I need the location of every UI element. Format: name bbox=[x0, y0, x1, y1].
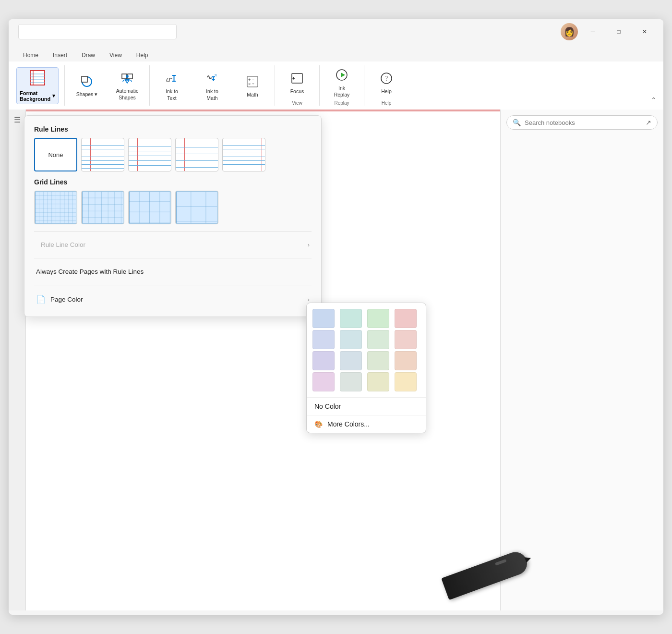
margin-line-1 bbox=[90, 138, 91, 171]
color-swatch-14[interactable] bbox=[367, 372, 389, 391]
margin-line-3 bbox=[184, 138, 185, 171]
sidebar-menu-icon[interactable]: ☰ bbox=[14, 115, 21, 124]
math-button[interactable]: + − × ÷ Math bbox=[236, 72, 269, 99]
color-swatch-6[interactable] bbox=[367, 330, 389, 349]
rule-line-color-item[interactable]: Rule Line Color › bbox=[34, 236, 312, 253]
help-button[interactable]: ? Help bbox=[370, 69, 403, 96]
app-window: 👩 ─ □ ✕ Home Insert Draw View Help bbox=[9, 19, 663, 615]
h-line bbox=[176, 147, 218, 147]
ribbon-collapse-button[interactable]: ⌃ bbox=[648, 94, 660, 106]
minimize-button[interactable]: ─ bbox=[582, 24, 604, 39]
expand-icon[interactable]: ↗ bbox=[646, 119, 651, 126]
color-swatch-12[interactable] bbox=[312, 372, 335, 391]
svg-rect-22 bbox=[35, 192, 76, 223]
ribbon-group-help: ? Help Help bbox=[366, 63, 407, 108]
search-notebooks-container[interactable]: 🔍 ↗ bbox=[506, 115, 658, 130]
h-line bbox=[176, 154, 218, 154]
grid-medium[interactable] bbox=[81, 191, 124, 224]
color-swatch-5[interactable] bbox=[340, 330, 362, 349]
sidebar: ☰ bbox=[9, 110, 26, 610]
replay-group-label: Replay bbox=[334, 100, 349, 106]
rule-line-right-margin[interactable] bbox=[222, 138, 265, 171]
color-swatch-0[interactable] bbox=[312, 309, 335, 328]
search-notebooks-input[interactable] bbox=[525, 119, 642, 126]
svg-text:π: π bbox=[215, 73, 217, 77]
maximize-button[interactable]: □ bbox=[608, 24, 630, 39]
ribbon-group-ink-text: a Ink toText bbox=[152, 63, 192, 108]
rule-line-none[interactable]: None bbox=[34, 138, 77, 171]
h-line bbox=[82, 157, 124, 157]
tab-insert[interactable]: Insert bbox=[46, 49, 74, 61]
margin-line-right bbox=[262, 138, 262, 171]
divider-3 bbox=[34, 285, 312, 285]
close-button[interactable]: ✕ bbox=[634, 24, 656, 39]
sep-1 bbox=[64, 65, 65, 106]
automatic-shapes-button[interactable]: AutomaticShapes bbox=[111, 69, 144, 102]
rule-lines-section-title: Rule Lines bbox=[34, 125, 312, 133]
format-background-label: Format Background ▾ bbox=[20, 90, 55, 102]
h-line bbox=[129, 156, 171, 156]
page-color-item[interactable]: 📄 Page Color › bbox=[34, 290, 312, 309]
rule-line-narrow[interactable] bbox=[81, 138, 124, 171]
color-swatch-11[interactable] bbox=[395, 351, 417, 370]
shapes-icon bbox=[81, 75, 93, 90]
no-color-label: No Color bbox=[314, 402, 341, 410]
ink-replay-button[interactable]: InkReplay bbox=[325, 65, 358, 99]
grid-small[interactable] bbox=[34, 191, 77, 224]
rule-line-color-arrow: › bbox=[308, 241, 310, 248]
rule-line-wide[interactable] bbox=[175, 138, 218, 171]
ribbon-group-shapes: Shapes ▾ bbox=[67, 63, 107, 108]
color-swatch-3[interactable] bbox=[395, 309, 417, 328]
ink-to-math-button[interactable]: π Ink toMath bbox=[196, 69, 228, 102]
h-line bbox=[223, 160, 265, 161]
format-background-button[interactable]: Format Background ▾ bbox=[16, 67, 59, 104]
ribbon-tabs: Home Insert Draw View Help bbox=[9, 44, 663, 61]
always-create-row[interactable]: Always Create Pages with Rule Lines bbox=[34, 263, 312, 280]
rule-line-medium[interactable] bbox=[128, 138, 171, 171]
shapes-button[interactable]: Shapes ▾ bbox=[71, 73, 103, 99]
help-icon: ? bbox=[380, 72, 393, 87]
title-bar-search-box[interactable] bbox=[18, 24, 177, 39]
rule-line-none-label: None bbox=[48, 151, 63, 158]
page-color-arrow: › bbox=[308, 296, 310, 303]
more-colors-option[interactable]: 🎨 More Colors... bbox=[307, 415, 426, 433]
no-color-option[interactable]: No Color bbox=[307, 397, 426, 415]
color-swatch-13[interactable] bbox=[340, 372, 362, 391]
tab-home[interactable]: Home bbox=[16, 49, 45, 61]
format-background-icon bbox=[29, 70, 46, 89]
shapes-label: Shapes ▾ bbox=[76, 91, 98, 98]
color-swatch-8[interactable] bbox=[312, 351, 335, 370]
color-swatch-2[interactable] bbox=[367, 309, 389, 328]
ribbon-group-view: Focus View bbox=[277, 63, 317, 108]
color-swatch-1[interactable] bbox=[340, 309, 362, 328]
color-swatch-15[interactable] bbox=[395, 372, 417, 391]
svg-rect-28 bbox=[176, 192, 217, 223]
page-color-label: Page Color bbox=[50, 296, 83, 303]
more-colors-icon: 🎨 bbox=[314, 420, 323, 428]
sep-2 bbox=[149, 65, 150, 106]
color-swatch-7[interactable] bbox=[395, 330, 417, 349]
color-swatch-9[interactable] bbox=[340, 351, 362, 370]
h-line bbox=[82, 153, 124, 153]
h-line bbox=[223, 157, 265, 157]
search-icon: 🔍 bbox=[513, 119, 521, 126]
focus-button[interactable]: Focus bbox=[281, 69, 313, 96]
h-line bbox=[129, 151, 171, 151]
divider-1 bbox=[34, 231, 312, 232]
color-swatch-4[interactable] bbox=[312, 330, 335, 349]
ink-replay-label: InkReplay bbox=[334, 85, 350, 98]
h-line bbox=[176, 167, 218, 168]
tab-view[interactable]: View bbox=[103, 49, 129, 61]
rule-line-narrow-preview bbox=[82, 138, 124, 171]
color-swatch-10[interactable] bbox=[367, 351, 389, 370]
ink-to-math-label: Ink toMath bbox=[206, 88, 218, 101]
user-avatar[interactable]: 👩 bbox=[561, 23, 578, 40]
h-line bbox=[82, 164, 124, 165]
ink-to-text-icon: a bbox=[165, 72, 179, 87]
grid-xlarge[interactable] bbox=[175, 191, 218, 224]
rule-line-wide-preview bbox=[176, 138, 218, 171]
tab-draw[interactable]: Draw bbox=[75, 49, 102, 61]
tab-help[interactable]: Help bbox=[130, 49, 155, 61]
ink-to-text-button[interactable]: a Ink toText bbox=[156, 69, 188, 102]
grid-large[interactable] bbox=[128, 191, 171, 224]
